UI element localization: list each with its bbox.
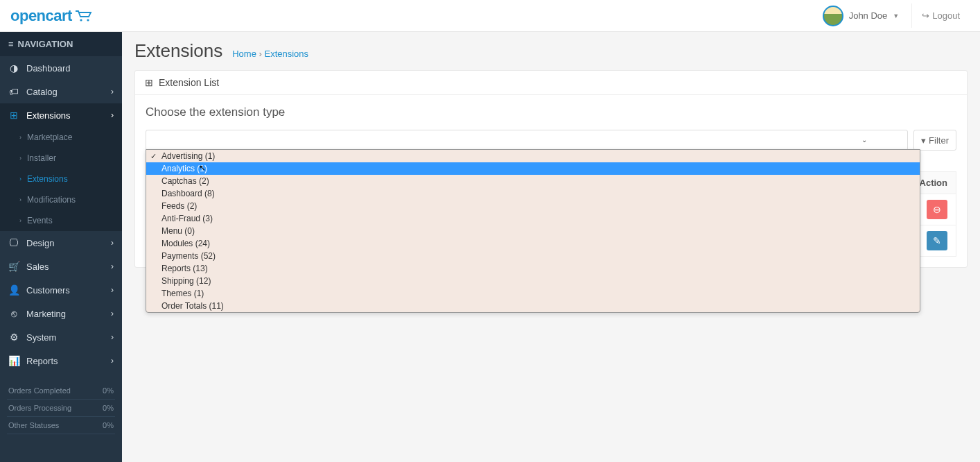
option-label: Anti-Fraud (3)	[161, 214, 213, 223]
pencil-icon: ✎	[933, 235, 941, 246]
sidebar-sub-label: Modifications	[27, 195, 76, 205]
chevron-right-icon: ›	[111, 238, 114, 248]
sidebar-item-marketing[interactable]: ⎋ Marketing ›	[0, 302, 122, 325]
chevron-icon: ›	[19, 176, 21, 182]
user-menu[interactable]: John Doe ▼	[823, 6, 900, 26]
filter-button[interactable]: ▾ Filter	[913, 130, 956, 151]
choose-extension-label: Choose the extension type	[146, 105, 956, 119]
extension-type-select[interactable]: ⌄	[146, 130, 908, 151]
dashboard-icon: ◑	[8, 62, 19, 74]
filter-label: Filter	[929, 135, 949, 146]
sidebar-item-customers[interactable]: 👤 Customers ›	[0, 278, 122, 302]
sidebar-sub-label: Installer	[27, 153, 56, 163]
option-label: Advertising (1)	[161, 151, 215, 161]
dropdown-option-modules[interactable]: Modules (24)	[146, 237, 920, 250]
sidebar-item-label: Sales	[26, 262, 49, 272]
share-icon: ⎋	[8, 308, 19, 319]
brand-logo[interactable]: opencart	[10, 7, 93, 25]
chevron-icon: ›	[19, 196, 21, 203]
page-title: Extensions	[134, 40, 222, 62]
sidebar-item-label: Reports	[26, 356, 58, 366]
sidebar-item-extensions[interactable]: ⊞ Extensions ›	[0, 103, 122, 127]
chevron-icon: ›	[19, 217, 21, 224]
page-header: Extensions Home › Extensions	[134, 40, 968, 62]
filter-icon: ▾	[921, 135, 926, 146]
logout-icon: ↪	[922, 10, 929, 21]
chart-icon: 📊	[8, 355, 19, 366]
sidebar-item-reports[interactable]: 📊 Reports ›	[0, 349, 122, 373]
tags-icon: 🏷	[8, 86, 19, 97]
sidebar-item-label: Customers	[26, 285, 70, 296]
stat-row: Orders Completed 0%	[7, 382, 115, 400]
stat-label: Other Statuses	[8, 421, 59, 429]
dropdown-option-menu[interactable]: Menu (0)	[146, 225, 920, 237]
chevron-right-icon: ›	[111, 110, 114, 120]
sidebar-item-dashboard[interactable]: ◑ Dashboard	[0, 56, 122, 80]
dropdown-option-anti-fraud[interactable]: Anti-Fraud (3)	[146, 212, 920, 225]
uninstall-button[interactable]: ⊖	[927, 200, 947, 219]
edit-button[interactable]: ✎	[927, 231, 947, 250]
sidebar-item-sales[interactable]: 🛒 Sales ›	[0, 255, 122, 278]
dropdown-option-payments[interactable]: Payments (52)	[146, 250, 920, 262]
stat-label: Orders Completed	[8, 386, 71, 395]
option-label: Reports (13)	[161, 264, 208, 273]
chevron-right-icon: ›	[111, 309, 114, 318]
stat-row: Orders Processing 0%	[7, 400, 115, 417]
user-icon: 👤	[8, 284, 19, 296]
sidebar-sub-label: Marketplace	[27, 132, 72, 142]
avatar	[823, 6, 843, 26]
sidebar-sub-extensions[interactable]: › Extensions	[0, 169, 122, 189]
hamburger-icon: ≡	[8, 39, 14, 49]
option-label: Themes (1)	[161, 289, 204, 298]
dropdown-option-advertising[interactable]: Advertising (1)	[146, 150, 920, 162]
dropdown-option-shipping[interactable]: Shipping (12)	[146, 275, 920, 287]
dropdown-option-reports[interactable]: Reports (13)	[146, 262, 920, 275]
extension-panel: ⊞ Extension List Choose the extension ty…	[134, 70, 968, 268]
dropdown-option-analytics[interactable]: Analytics (1)↖	[146, 162, 920, 175]
sidebar-item-label: Dashboard	[26, 63, 71, 74]
header-right: John Doe ▼ ↪ Logout	[823, 3, 970, 28]
nav-title-label: NAVIGATION	[18, 39, 73, 49]
chevron-right-icon: ›	[111, 87, 114, 96]
option-label: Payments (52)	[161, 251, 216, 261]
minus-circle-icon: ⊖	[933, 204, 941, 215]
sidebar-sub-marketplace[interactable]: › Marketplace	[0, 127, 122, 148]
svg-point-1	[87, 19, 89, 21]
option-label: Shipping (12)	[161, 276, 211, 286]
breadcrumb: Home › Extensions	[232, 49, 308, 59]
sidebar-sub-installer[interactable]: › Installer	[0, 148, 122, 169]
cog-icon: ⚙	[8, 332, 19, 343]
sidebar-item-label: System	[26, 332, 56, 343]
sidebar-sub-modifications[interactable]: › Modifications	[0, 189, 122, 210]
sidebar-stats: Orders Completed 0% Orders Processing 0%…	[7, 382, 115, 434]
sidebar-item-label: Extensions	[26, 110, 71, 121]
sidebar: ≡ NAVIGATION ◑ Dashboard 🏷 Catalog › ⊞ E…	[0, 32, 122, 462]
stat-row: Other Statuses 0%	[7, 417, 115, 434]
sidebar-sub-events[interactable]: › Events	[0, 210, 122, 231]
breadcrumb-home[interactable]: Home	[232, 49, 256, 59]
caret-down-icon: ▼	[893, 12, 899, 19]
breadcrumb-current[interactable]: Extensions	[264, 49, 308, 59]
option-label: Dashboard (8)	[161, 189, 215, 198]
cart-icon	[75, 10, 93, 22]
chevron-icon: ›	[19, 155, 21, 162]
chevron-right-icon: ›	[111, 262, 114, 271]
dropdown-option-themes[interactable]: Themes (1)	[146, 287, 920, 300]
sidebar-item-design[interactable]: 🖵 Design ›	[0, 231, 122, 255]
option-label: Menu (0)	[161, 226, 195, 236]
extension-type-dropdown: Advertising (1) Analytics (1)↖ Captchas …	[146, 149, 920, 313]
cursor-icon: ↖	[199, 162, 206, 173]
caret-down-icon: ⌄	[861, 136, 867, 144]
panel-body: Choose the extension type ⌄ ▾ Filter Adv…	[135, 95, 967, 267]
sidebar-item-system[interactable]: ⚙ System ›	[0, 325, 122, 349]
logout-link[interactable]: ↪ Logout	[911, 3, 970, 28]
dropdown-option-order-totals[interactable]: Order Totals (11)	[146, 300, 920, 312]
dropdown-option-dashboard[interactable]: Dashboard (8)	[146, 187, 920, 200]
dropdown-option-feeds[interactable]: Feeds (2)	[146, 200, 920, 212]
dropdown-option-captchas[interactable]: Captchas (2)	[146, 175, 920, 187]
sidebar-item-catalog[interactable]: 🏷 Catalog ›	[0, 80, 122, 103]
sidebar-item-label: Design	[26, 238, 54, 248]
extension-type-row: ⌄ ▾ Filter Advertising (1) Analytics (1)…	[146, 130, 956, 151]
option-label: Modules (24)	[161, 239, 210, 248]
svg-point-0	[80, 19, 82, 21]
